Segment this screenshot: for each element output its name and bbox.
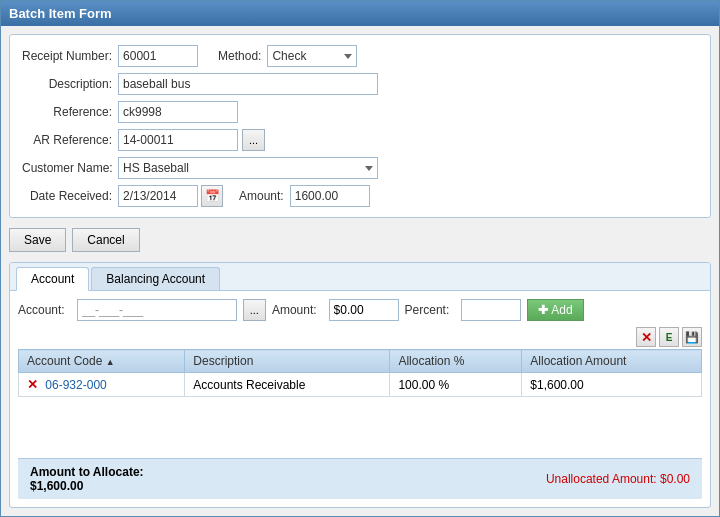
reference-label: Reference: <box>22 105 112 119</box>
delete-icon: ✕ <box>641 330 652 345</box>
cell-allocation-pct: 100.00 % <box>390 373 522 397</box>
calendar-icon: 📅 <box>205 189 220 203</box>
account-input-row: Account: ... Amount: Percent: ✚ Add <box>18 299 702 321</box>
reference-input[interactable] <box>118 101 238 123</box>
accounts-table: Account Code ▲ Description Allocation % <box>18 349 702 397</box>
form-row-reference: Reference: <box>22 101 698 123</box>
receipt-number-label: Receipt Number: <box>22 49 112 63</box>
form-row-customer: Customer Name: HS Baseball <box>22 157 698 179</box>
save-grid-icon: 💾 <box>685 331 699 344</box>
window-title: Batch Item Form <box>9 6 112 21</box>
ar-reference-input[interactable] <box>118 129 238 151</box>
amount-label: Amount: <box>239 189 284 203</box>
percent-field-label: Percent: <box>405 303 450 317</box>
table-toolbar: ✕ E 💾 <box>18 327 702 347</box>
amount-field-label: Amount: <box>272 303 317 317</box>
customer-name-label: Customer Name: <box>22 161 112 175</box>
export-excel-btn[interactable]: E <box>659 327 679 347</box>
percent-field-input[interactable] <box>461 299 521 321</box>
col-header-allocation-pct[interactable]: Allocation % <box>390 350 522 373</box>
date-received-label: Date Received: <box>22 189 112 203</box>
tab-bar: Account Balancing Account <box>10 263 710 291</box>
description-label: Description: <box>22 77 112 91</box>
tab-content-account: Account: ... Amount: Percent: ✚ Add ✕ <box>10 291 710 507</box>
amount-input[interactable] <box>290 185 370 207</box>
amount-to-allocate: Amount to Allocate: $1,600.00 <box>30 465 144 493</box>
sort-indicator: ▲ <box>106 357 115 367</box>
table-container: Account Code ▲ Description Allocation % <box>18 349 702 458</box>
save-grid-btn[interactable]: 💾 <box>682 327 702 347</box>
date-received-input[interactable] <box>118 185 198 207</box>
add-button[interactable]: ✚ Add <box>527 299 583 321</box>
action-bar: Save Cancel <box>9 224 711 256</box>
account-browse-btn[interactable]: ... <box>243 299 266 321</box>
cancel-button[interactable]: Cancel <box>72 228 139 252</box>
table-row: ✕ 06-932-000 Accounts Receivable 100.00 … <box>19 373 702 397</box>
unallocated-amount: Unallocated Amount: $0.00 <box>546 472 690 486</box>
title-bar: Batch Item Form <box>1 1 719 26</box>
tab-account[interactable]: Account <box>16 267 89 291</box>
footer-bar: Amount to Allocate: $1,600.00 Unallocate… <box>18 458 702 499</box>
ar-reference-label: AR Reference: <box>22 133 112 147</box>
col-header-account-code[interactable]: Account Code ▲ <box>19 350 185 373</box>
row-delete-btn[interactable]: ✕ <box>27 377 38 392</box>
tab-balancing-account[interactable]: Balancing Account <box>91 267 220 290</box>
delete-all-btn[interactable]: ✕ <box>636 327 656 347</box>
save-button[interactable]: Save <box>9 228 66 252</box>
cell-description: Accounts Receivable <box>185 373 390 397</box>
excel-icon: E <box>666 332 673 343</box>
form-row-ar-reference: AR Reference: ... <box>22 129 698 151</box>
form-panel: Receipt Number: Method: Check Cash Credi… <box>9 34 711 218</box>
form-row-description: Description: <box>22 73 698 95</box>
ar-reference-browse-btn[interactable]: ... <box>242 129 265 151</box>
amount-field-input[interactable] <box>329 299 399 321</box>
form-row-date-amount: Date Received: 📅 Amount: <box>22 185 698 207</box>
add-plus-icon: ✚ <box>538 303 548 317</box>
form-row-receipt: Receipt Number: Method: Check Cash Credi… <box>22 45 698 67</box>
window-content: Receipt Number: Method: Check Cash Credi… <box>1 26 719 516</box>
tab-panel: Account Balancing Account Account: ... A… <box>9 262 711 508</box>
account-field-input[interactable] <box>77 299 237 321</box>
description-input[interactable] <box>118 73 378 95</box>
cell-account-code: ✕ 06-932-000 <box>19 373 185 397</box>
customer-name-select[interactable]: HS Baseball <box>118 157 378 179</box>
batch-item-form-window: Batch Item Form Receipt Number: Method: … <box>0 0 720 517</box>
method-select[interactable]: Check Cash Credit Card EFT <box>267 45 357 67</box>
col-header-allocation-amount[interactable]: Allocation Amount <box>522 350 702 373</box>
method-label: Method: <box>218 49 261 63</box>
calendar-btn[interactable]: 📅 <box>201 185 223 207</box>
cell-allocation-amount: $1,600.00 <box>522 373 702 397</box>
col-header-description[interactable]: Description <box>185 350 390 373</box>
receipt-number-input[interactable] <box>118 45 198 67</box>
account-field-label: Account: <box>18 303 65 317</box>
